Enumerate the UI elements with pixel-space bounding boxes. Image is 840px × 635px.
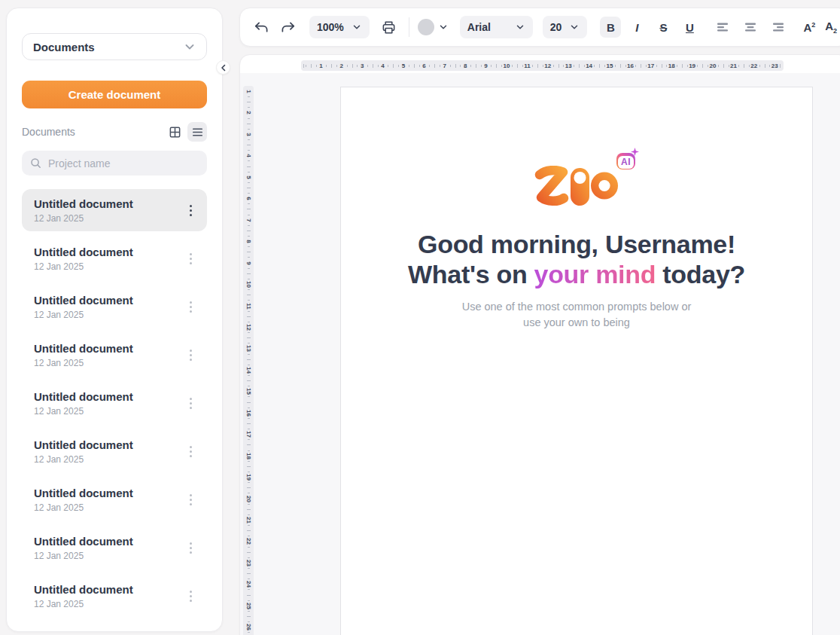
document-list-item[interactable]: Untitled document12 Jan 2025 [22, 575, 207, 617]
ruler-number: 16 [245, 408, 252, 418]
bold-button[interactable]: B [600, 17, 621, 38]
print-button[interactable] [378, 16, 400, 38]
zoom-value: 100% [317, 21, 344, 33]
subscript-button[interactable]: A2 [823, 20, 839, 35]
ruler-number: 4 [381, 63, 384, 69]
underline-button[interactable]: U [679, 17, 700, 38]
ruler-number: 16 [627, 63, 634, 69]
kebab-menu-icon[interactable] [185, 395, 196, 412]
ruler-number: 20 [710, 63, 717, 69]
kebab-menu-icon[interactable] [185, 491, 196, 508]
ruler-number: 5 [245, 172, 252, 182]
ruler-number: 17 [245, 429, 252, 440]
search-box[interactable] [22, 151, 207, 176]
font-family-select[interactable]: Arial [460, 16, 533, 38]
ruler-number: 2 [340, 63, 343, 69]
document-title: Untitled document [34, 535, 133, 548]
ruler-number: 9 [484, 63, 487, 69]
document-list-item[interactable]: Untitled document12 Jan 2025 [22, 237, 207, 279]
ruler-number: 8 [245, 237, 252, 247]
sidebar: Documents Create document Documents Unti… [6, 8, 223, 632]
ruler-number: 3 [245, 129, 252, 139]
ruler-number: 11 [524, 63, 530, 69]
grid-view-icon[interactable] [165, 122, 184, 142]
ruler-number: 19 [245, 472, 252, 483]
font-size-value: 20 [550, 21, 562, 33]
ruler-number: 1 [319, 63, 322, 69]
sidebar-collapse-button[interactable] [216, 60, 230, 75]
horizontal-ruler: 1234567891011121314151617181920212223 [301, 60, 784, 71]
strikethrough-button[interactable]: S [653, 17, 674, 38]
align-center-button[interactable] [739, 16, 762, 38]
document-list-item[interactable]: Untitled document12 Jan 2025 [22, 430, 207, 472]
ruler-number: 21 [245, 515, 252, 526]
workspace-selector-dropdown[interactable]: Documents [22, 33, 207, 60]
document-list-item[interactable]: Untitled document12 Jan 2025 [22, 189, 207, 231]
document-date: 12 Jan 2025 [34, 213, 133, 224]
chevron-down-icon [352, 22, 362, 32]
ruler-number: 10 [245, 279, 252, 290]
ruler-number: 15 [245, 386, 252, 397]
document-title: Untitled document [34, 487, 133, 499]
ruler-number: 6 [245, 194, 252, 204]
italic-button[interactable]: I [626, 17, 647, 38]
document-list-item[interactable]: Untitled document12 Jan 2025 [22, 478, 207, 521]
ruler-number: 21 [730, 63, 737, 69]
align-right-button[interactable] [767, 16, 790, 38]
text-color-picker[interactable] [418, 19, 449, 35]
ruler-number: 19 [689, 63, 695, 69]
document-date: 12 Jan 2025 [34, 406, 133, 417]
ruler-number: 18 [668, 63, 675, 69]
redo-button[interactable] [277, 16, 300, 38]
document-date: 12 Jan 2025 [34, 310, 133, 320]
kebab-menu-icon[interactable] [185, 298, 196, 316]
document-title: Untitled document [34, 583, 133, 596]
kebab-menu-icon[interactable] [185, 347, 196, 364]
ruler-number: 8 [464, 63, 467, 69]
document-list-item[interactable]: Untitled document12 Jan 2025 [22, 285, 207, 328]
kebab-menu-icon[interactable] [185, 588, 196, 605]
document-page[interactable]: AI Good morning, Username! What's on you… [340, 87, 813, 635]
search-input[interactable] [48, 157, 199, 169]
toolbar-divider [409, 17, 409, 37]
greeting-line2: What's on your mind today? [341, 259, 812, 289]
ruler-number: 24 [245, 579, 252, 590]
document-title: Untitled document [34, 390, 133, 403]
ruler-number: 6 [422, 63, 425, 69]
toolbar: 100% Arial 20 B I S U A2 A2 [239, 8, 840, 47]
kebab-menu-icon[interactable] [185, 443, 196, 460]
document-list-item[interactable]: Untitled document12 Jan 2025 [22, 382, 207, 424]
font-size-select[interactable]: 20 [543, 16, 588, 38]
document-list-item[interactable]: Untitled document12 Jan 2025 [22, 527, 207, 569]
document-title: Untitled document [34, 294, 133, 307]
ruler-number: 10 [504, 63, 510, 69]
ruler-number: 15 [607, 63, 613, 69]
create-document-button[interactable]: Create document [22, 81, 207, 108]
documents-section-header: Documents [22, 122, 207, 142]
editor-canvas: 1234567891011121314151617181920212223 12… [239, 54, 840, 635]
ai-badge: AI [616, 153, 635, 169]
ruler-number: 13 [245, 343, 252, 354]
kebab-menu-icon[interactable] [185, 539, 196, 557]
ruler-number: 17 [647, 63, 654, 69]
ruler-number: 1 [245, 87, 252, 97]
search-icon [29, 157, 42, 169]
ruler-number: 4 [245, 151, 252, 161]
align-left-button[interactable] [711, 16, 734, 38]
workspace-selector-value: Documents [33, 41, 95, 53]
superscript-button[interactable]: A2 [801, 21, 817, 34]
ruler-number: 22 [750, 63, 757, 69]
list-view-icon[interactable] [187, 122, 207, 142]
documents-section-label: Documents [22, 126, 75, 138]
ruler-number: 11 [245, 301, 252, 311]
kebab-menu-icon[interactable] [185, 250, 196, 267]
document-list-item[interactable]: Untitled document12 Jan 2025 [22, 334, 207, 376]
kebab-menu-icon[interactable] [185, 202, 196, 219]
document-date: 12 Jan 2025 [34, 454, 133, 465]
logo-block: AI [531, 166, 622, 206]
ruler-number: 3 [361, 63, 364, 69]
zoom-select[interactable]: 100% [309, 16, 370, 38]
undo-button[interactable] [249, 16, 272, 38]
sparkle-icon [631, 148, 639, 156]
ruler-number: 20 [245, 493, 252, 504]
